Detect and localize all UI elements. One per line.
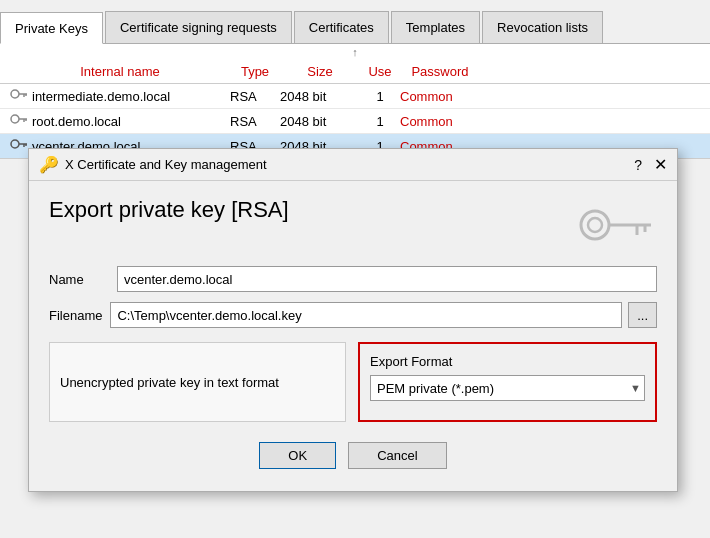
col-header-type: Type [230, 64, 280, 79]
tab-templates[interactable]: Templates [391, 11, 480, 43]
dialog-close-button[interactable]: ✕ [654, 157, 667, 173]
name-label: Name [49, 272, 109, 287]
svg-point-8 [11, 140, 19, 148]
table-area: ↑ Internal name Type Size Use Password i… [0, 44, 710, 159]
export-format-select[interactable]: PEM private (*.pem) DER private (*.der) … [370, 375, 645, 401]
key-icon-row2 [10, 112, 32, 130]
tab-label-csr: Certificate signing requests [120, 20, 277, 35]
row-type-2: RSA [230, 114, 280, 129]
svg-point-4 [11, 115, 19, 123]
dialog-help-button[interactable]: ? [634, 157, 642, 173]
dialog-heading: Export private key [RSA] [49, 197, 289, 223]
browse-button[interactable]: ... [628, 302, 657, 328]
row-use-1: 1 [360, 89, 400, 104]
tab-label-revocation: Revocation lists [497, 20, 588, 35]
table-header: Internal name Type Size Use Password [0, 60, 710, 84]
tab-bar: Private Keys Certificate signing request… [0, 0, 710, 44]
row-pass-1: Common [400, 89, 480, 104]
filename-field-row: Filename ... [49, 302, 657, 328]
sort-indicator: ↑ [0, 44, 710, 60]
dialog-header-row: Export private key [RSA] [49, 197, 657, 250]
dialog-titlebar: 🔑 X Certificate and Key management ? ✕ [29, 149, 677, 181]
row-size-1: 2048 bit [280, 89, 360, 104]
tab-label-certificates: Certificates [309, 20, 374, 35]
dialog-title-text: X Certificate and Key management [65, 157, 634, 172]
tab-label-private-keys: Private Keys [15, 21, 88, 36]
tab-label-templates: Templates [406, 20, 465, 35]
export-format-label: Export Format [370, 354, 645, 369]
dialog-footer: OK Cancel [49, 438, 657, 477]
ok-button[interactable]: OK [259, 442, 336, 469]
col-header-name: Internal name [10, 64, 230, 79]
export-format-box: Export Format PEM private (*.pem) DER pr… [358, 342, 657, 422]
cancel-button[interactable]: Cancel [348, 442, 446, 469]
row-pass-2: Common [400, 114, 480, 129]
tab-private-keys[interactable]: Private Keys [0, 12, 103, 44]
row-size-2: 2048 bit [280, 114, 360, 129]
row-name-1: intermediate.demo.local [32, 89, 230, 104]
table-row[interactable]: root.demo.local RSA 2048 bit 1 Common [0, 109, 710, 134]
filename-label: Filename [49, 308, 102, 323]
tab-certificates[interactable]: Certificates [294, 11, 389, 43]
col-header-use: Use [360, 64, 400, 79]
svg-point-0 [11, 90, 19, 98]
key-graphic [577, 197, 657, 250]
tab-csr[interactable]: Certificate signing requests [105, 11, 292, 43]
table-row[interactable]: intermediate.demo.local RSA 2048 bit 1 C… [0, 84, 710, 109]
row-use-2: 1 [360, 114, 400, 129]
description-box: Unencrypted private key in text format [49, 342, 346, 422]
filename-input[interactable] [110, 302, 622, 328]
svg-point-13 [588, 218, 602, 232]
description-text: Unencrypted private key in text format [60, 375, 279, 390]
export-dialog: 🔑 X Certificate and Key management ? ✕ E… [28, 148, 678, 492]
tab-revocation[interactable]: Revocation lists [482, 11, 603, 43]
name-field-row: Name [49, 266, 657, 292]
row-name-2: root.demo.local [32, 114, 230, 129]
row-type-1: RSA [230, 89, 280, 104]
dialog-title-icon: 🔑 [39, 155, 59, 174]
dialog-body: Export private key [RSA] Name [29, 181, 677, 491]
col-header-size: Size [280, 64, 360, 79]
col-header-password: Password [400, 64, 480, 79]
bottom-section: Unencrypted private key in text format E… [49, 342, 657, 422]
name-input[interactable] [117, 266, 657, 292]
export-format-wrapper: PEM private (*.pem) DER private (*.der) … [370, 375, 645, 401]
key-icon-row1 [10, 87, 32, 105]
